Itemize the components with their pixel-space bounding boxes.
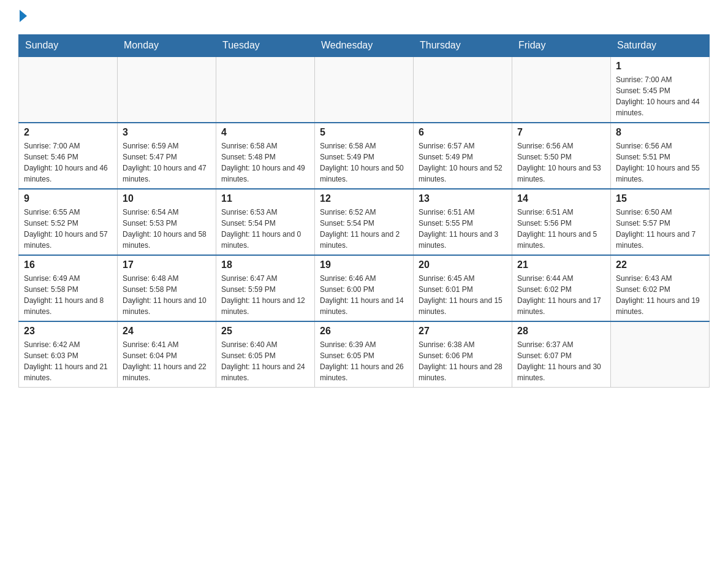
- calendar-cell: 28Sunrise: 6:37 AM Sunset: 6:07 PM Dayli…: [512, 321, 611, 388]
- day-info: Sunrise: 6:51 AM Sunset: 5:56 PM Dayligh…: [517, 207, 605, 251]
- calendar-cell: 9Sunrise: 6:55 AM Sunset: 5:52 PM Daylig…: [19, 189, 118, 255]
- day-info: Sunrise: 6:42 AM Sunset: 6:03 PM Dayligh…: [24, 339, 112, 383]
- calendar-cell: 1Sunrise: 7:00 AM Sunset: 5:45 PM Daylig…: [611, 56, 710, 123]
- calendar-cell: 27Sunrise: 6:38 AM Sunset: 6:06 PM Dayli…: [414, 321, 512, 388]
- calendar-cell: [512, 56, 611, 123]
- day-number: 19: [320, 259, 408, 270]
- day-info: Sunrise: 6:41 AM Sunset: 6:04 PM Dayligh…: [123, 339, 211, 383]
- calendar-cell: [315, 56, 414, 123]
- day-number: 3: [123, 127, 211, 138]
- day-number: 4: [221, 127, 309, 138]
- logo: [18, 12, 27, 22]
- calendar-cell: 19Sunrise: 6:46 AM Sunset: 6:00 PM Dayli…: [315, 255, 414, 321]
- day-number: 2: [24, 127, 112, 138]
- day-info: Sunrise: 6:52 AM Sunset: 5:54 PM Dayligh…: [320, 207, 408, 251]
- calendar-cell: 3Sunrise: 6:59 AM Sunset: 5:47 PM Daylig…: [118, 123, 216, 189]
- calendar-cell: [414, 56, 512, 123]
- page-header: [18, 12, 710, 22]
- calendar-cell: 26Sunrise: 6:39 AM Sunset: 6:05 PM Dayli…: [315, 321, 414, 388]
- day-number: 11: [221, 193, 309, 204]
- day-info: Sunrise: 6:50 AM Sunset: 5:57 PM Dayligh…: [616, 207, 704, 251]
- day-info: Sunrise: 6:38 AM Sunset: 6:06 PM Dayligh…: [419, 339, 507, 383]
- day-info: Sunrise: 6:51 AM Sunset: 5:55 PM Dayligh…: [419, 207, 507, 251]
- calendar-cell: 7Sunrise: 6:56 AM Sunset: 5:50 PM Daylig…: [512, 123, 611, 189]
- calendar-header-row: SundayMondayTuesdayWednesdayThursdayFrid…: [19, 35, 710, 57]
- day-info: Sunrise: 6:47 AM Sunset: 5:59 PM Dayligh…: [221, 273, 309, 317]
- day-number: 20: [419, 259, 507, 270]
- day-number: 17: [123, 259, 211, 270]
- day-number: 22: [616, 259, 704, 270]
- day-info: Sunrise: 6:56 AM Sunset: 5:50 PM Dayligh…: [517, 140, 605, 185]
- day-of-week-header: Monday: [118, 35, 216, 57]
- calendar-cell: 21Sunrise: 6:44 AM Sunset: 6:02 PM Dayli…: [512, 255, 611, 321]
- day-info: Sunrise: 6:49 AM Sunset: 5:58 PM Dayligh…: [24, 273, 112, 317]
- day-number: 26: [320, 326, 408, 337]
- day-number: 25: [221, 326, 309, 337]
- day-number: 23: [24, 326, 112, 337]
- day-info: Sunrise: 7:00 AM Sunset: 5:46 PM Dayligh…: [24, 140, 112, 185]
- calendar-week-row: 1Sunrise: 7:00 AM Sunset: 5:45 PM Daylig…: [19, 56, 710, 123]
- day-number: 10: [123, 193, 211, 204]
- calendar-cell: [611, 321, 710, 388]
- day-info: Sunrise: 6:37 AM Sunset: 6:07 PM Dayligh…: [517, 339, 605, 383]
- day-number: 8: [616, 127, 704, 138]
- calendar-cell: 6Sunrise: 6:57 AM Sunset: 5:49 PM Daylig…: [414, 123, 512, 189]
- day-number: 1: [616, 61, 704, 72]
- calendar-cell: 16Sunrise: 6:49 AM Sunset: 5:58 PM Dayli…: [19, 255, 118, 321]
- calendar-cell: 12Sunrise: 6:52 AM Sunset: 5:54 PM Dayli…: [315, 189, 414, 255]
- day-info: Sunrise: 6:58 AM Sunset: 5:49 PM Dayligh…: [320, 140, 408, 185]
- day-of-week-header: Thursday: [414, 35, 512, 57]
- day-number: 5: [320, 127, 408, 138]
- day-number: 12: [320, 193, 408, 204]
- day-info: Sunrise: 6:56 AM Sunset: 5:51 PM Dayligh…: [616, 140, 704, 185]
- day-number: 24: [123, 326, 211, 337]
- day-number: 18: [221, 259, 309, 270]
- calendar-cell: 20Sunrise: 6:45 AM Sunset: 6:01 PM Dayli…: [414, 255, 512, 321]
- calendar-table: SundayMondayTuesdayWednesdayThursdayFrid…: [18, 34, 710, 388]
- calendar-week-row: 9Sunrise: 6:55 AM Sunset: 5:52 PM Daylig…: [19, 189, 710, 255]
- day-number: 21: [517, 259, 605, 270]
- calendar-cell: 4Sunrise: 6:58 AM Sunset: 5:48 PM Daylig…: [216, 123, 315, 189]
- calendar-cell: 25Sunrise: 6:40 AM Sunset: 6:05 PM Dayli…: [216, 321, 315, 388]
- calendar-week-row: 2Sunrise: 7:00 AM Sunset: 5:46 PM Daylig…: [19, 123, 710, 189]
- calendar-cell: 23Sunrise: 6:42 AM Sunset: 6:03 PM Dayli…: [19, 321, 118, 388]
- calendar-cell: 14Sunrise: 6:51 AM Sunset: 5:56 PM Dayli…: [512, 189, 611, 255]
- day-info: Sunrise: 6:55 AM Sunset: 5:52 PM Dayligh…: [24, 207, 112, 251]
- day-info: Sunrise: 6:57 AM Sunset: 5:49 PM Dayligh…: [419, 140, 507, 185]
- day-of-week-header: Friday: [512, 35, 611, 57]
- day-number: 6: [419, 127, 507, 138]
- day-number: 7: [517, 127, 605, 138]
- calendar-cell: 13Sunrise: 6:51 AM Sunset: 5:55 PM Dayli…: [414, 189, 512, 255]
- day-info: Sunrise: 6:39 AM Sunset: 6:05 PM Dayligh…: [320, 339, 408, 383]
- calendar-cell: 2Sunrise: 7:00 AM Sunset: 5:46 PM Daylig…: [19, 123, 118, 189]
- day-info: Sunrise: 6:58 AM Sunset: 5:48 PM Dayligh…: [221, 140, 309, 185]
- day-info: Sunrise: 6:48 AM Sunset: 5:58 PM Dayligh…: [123, 273, 211, 317]
- logo-arrow-icon: [20, 10, 27, 22]
- calendar-cell: [118, 56, 216, 123]
- day-of-week-header: Wednesday: [315, 35, 414, 57]
- day-info: Sunrise: 7:00 AM Sunset: 5:45 PM Dayligh…: [616, 74, 704, 118]
- day-number: 27: [419, 326, 507, 337]
- calendar-cell: 8Sunrise: 6:56 AM Sunset: 5:51 PM Daylig…: [611, 123, 710, 189]
- calendar-week-row: 23Sunrise: 6:42 AM Sunset: 6:03 PM Dayli…: [19, 321, 710, 388]
- calendar-week-row: 16Sunrise: 6:49 AM Sunset: 5:58 PM Dayli…: [19, 255, 710, 321]
- day-number: 28: [517, 326, 605, 337]
- day-number: 9: [24, 193, 112, 204]
- calendar-cell: [216, 56, 315, 123]
- calendar-cell: 10Sunrise: 6:54 AM Sunset: 5:53 PM Dayli…: [118, 189, 216, 255]
- day-info: Sunrise: 6:46 AM Sunset: 6:00 PM Dayligh…: [320, 273, 408, 317]
- day-info: Sunrise: 6:45 AM Sunset: 6:01 PM Dayligh…: [419, 273, 507, 317]
- day-number: 15: [616, 193, 704, 204]
- calendar-cell: 24Sunrise: 6:41 AM Sunset: 6:04 PM Dayli…: [118, 321, 216, 388]
- day-info: Sunrise: 6:59 AM Sunset: 5:47 PM Dayligh…: [123, 140, 211, 185]
- calendar-cell: 22Sunrise: 6:43 AM Sunset: 6:02 PM Dayli…: [611, 255, 710, 321]
- day-of-week-header: Tuesday: [216, 35, 315, 57]
- day-info: Sunrise: 6:54 AM Sunset: 5:53 PM Dayligh…: [123, 207, 211, 251]
- calendar-cell: 15Sunrise: 6:50 AM Sunset: 5:57 PM Dayli…: [611, 189, 710, 255]
- day-of-week-header: Sunday: [19, 35, 118, 57]
- calendar-cell: 17Sunrise: 6:48 AM Sunset: 5:58 PM Dayli…: [118, 255, 216, 321]
- day-info: Sunrise: 6:43 AM Sunset: 6:02 PM Dayligh…: [616, 273, 704, 317]
- calendar-cell: 11Sunrise: 6:53 AM Sunset: 5:54 PM Dayli…: [216, 189, 315, 255]
- day-number: 16: [24, 259, 112, 270]
- day-number: 13: [419, 193, 507, 204]
